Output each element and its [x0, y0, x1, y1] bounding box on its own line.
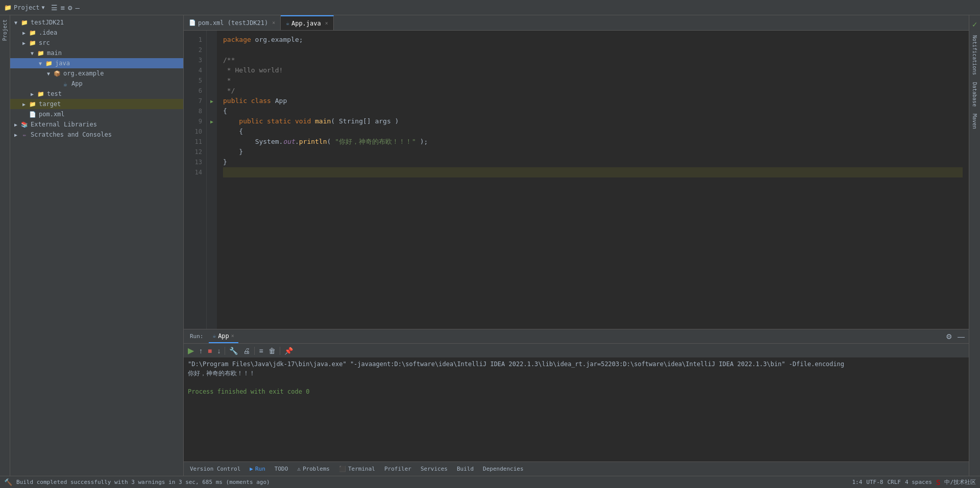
tool-todo[interactable]: TODO [271, 465, 292, 473]
console-output-line: 你好，神奇的布欧！！！ [188, 369, 965, 378]
status-extra: 中/技术社区 [944, 478, 976, 486]
code-line-2 [223, 45, 963, 55]
tree-item-src[interactable]: ▶ 📁 src [10, 38, 183, 48]
layout-icon[interactable]: ☰ [51, 4, 58, 12]
services-label: Services [421, 466, 448, 472]
terminal-label: Terminal [348, 466, 375, 472]
code-line-6: */ [223, 86, 963, 96]
run-trash-btn[interactable]: 🗑 [266, 346, 278, 356]
tree-label-java: java [55, 60, 70, 67]
editor-content: 1 2 3 4 5 6 7 8 9 10 11 12 13 14 [184, 31, 969, 329]
tree-item-app-java[interactable]: ☕ App [10, 79, 183, 89]
run-toolbar: ▶ ↑ ■ ↓ 🔧 🖨 ≡ 🗑 📌 [184, 344, 969, 357]
status-encoding[interactable]: UTF-8 [866, 479, 883, 485]
status-indent[interactable]: 4 spaces [905, 479, 932, 485]
notifications-strip-item[interactable]: Notifications [971, 32, 978, 78]
status-line-col[interactable]: 1:4 [852, 479, 862, 485]
console-process-text: Process finished with exit code 0 [188, 388, 309, 395]
build-status-icon: 🔨 [4, 478, 12, 486]
run-wrench-btn[interactable]: 🔧 [227, 346, 240, 356]
run-arrow-9[interactable]: ▶ [207, 116, 217, 126]
tree-item-main[interactable]: ▼ 📁 main [10, 48, 183, 58]
settings-icon[interactable]: ⚙ [68, 4, 72, 12]
tree-item-test[interactable]: ▶ 📁 test [10, 89, 183, 99]
tool-build[interactable]: Build [453, 465, 478, 473]
tab-app-label: App.java [291, 20, 321, 27]
run-app-close[interactable]: × [231, 333, 234, 339]
tab-app-close[interactable]: × [325, 20, 328, 26]
build-label: Build [457, 466, 474, 472]
lib-icon-ext: 📚 [20, 120, 29, 129]
tree-item-scratches[interactable]: ▶ ✏️ Scratches and Consoles [10, 130, 183, 140]
tool-services[interactable]: Services [416, 465, 452, 473]
project-folder-icon: 📁 [4, 4, 12, 11]
console-cmd-text: "D:\Program Files\Java\jdk-17\bin\java.e… [188, 361, 844, 368]
tree-arrow-root: ▼ [14, 20, 20, 25]
minimize-icon[interactable]: — [75, 4, 79, 12]
notifications-check-icon: ✓ [971, 17, 978, 31]
project-strip-label[interactable]: Project [1, 15, 9, 45]
run-print-btn[interactable]: 🖨 [241, 346, 252, 356]
tree-item-java[interactable]: ▼ 📁 java [10, 58, 183, 68]
maven-strip-item[interactable]: Maven [971, 111, 978, 132]
tree-item-org-example[interactable]: ▼ 📦 org.example [10, 68, 183, 79]
run-stop-btn[interactable]: ■ [206, 346, 214, 356]
run-settings-btn[interactable]: ⚙ [944, 331, 954, 342]
tool-terminal[interactable]: ⬛ Terminal [335, 465, 379, 473]
package-icon-org-example: 📦 [53, 69, 61, 78]
project-title: Project [14, 4, 40, 11]
tree-item-ext-libs[interactable]: ▶ 📚 External Libraries [10, 119, 183, 130]
tree-item-idea[interactable]: ▶ 📁 .idea [10, 28, 183, 38]
file-tree: ▼ 📁 testJDK21 ▶ 📁 .idea ▶ 📁 src [10, 15, 183, 476]
tree-arrow-java: ▼ [39, 61, 45, 66]
tree-label-main: main [47, 49, 62, 57]
tool-dependencies[interactable]: Dependencies [479, 465, 527, 473]
code-editor[interactable]: package org.example; /** * Hello world! … [217, 31, 969, 329]
xml-icon-pom: 📄 [29, 110, 37, 118]
status-line-end[interactable]: CRLF [887, 479, 901, 485]
tree-item-target[interactable]: ▶ 📁 target [10, 99, 183, 109]
main-container: Project ▼ 📁 testJDK21 ▶ 📁 .idea ▶ [0, 15, 980, 476]
editor-tab-bar: 📄 pom.xml (testJDK21) × ☕ App.java × [184, 15, 969, 31]
tree-label-org-example: org.example [63, 70, 104, 77]
run-arrow-7[interactable]: ▶ [207, 96, 217, 106]
tree-label-test: test [47, 90, 62, 97]
run-play-btn[interactable]: ▶ [186, 345, 196, 356]
database-strip-item[interactable]: Database [971, 79, 978, 110]
console-empty [188, 378, 965, 387]
code-line-10: { [223, 126, 963, 137]
code-line-7: public class App [223, 96, 963, 106]
tool-problems[interactable]: ⚠ Problems [293, 465, 334, 473]
folder-icon-root: 📁 [20, 18, 29, 27]
run-up-btn[interactable]: ↑ [197, 346, 205, 356]
tab-pom-xml[interactable]: 📄 pom.xml (testJDK21) × [184, 15, 281, 30]
project-label[interactable]: 📁 Project ▼ [4, 4, 45, 11]
folder-icon-test: 📁 [37, 90, 45, 98]
tree-item-pom-xml[interactable]: 📄 pom.xml [10, 109, 183, 119]
align-icon[interactable]: ≡ [61, 4, 65, 12]
tree-arrow-test: ▶ [31, 91, 37, 97]
tool-profiler[interactable]: Profiler [380, 465, 415, 473]
tree-arrow-org-example: ▼ [47, 71, 53, 76]
problems-label: Problems [303, 466, 330, 472]
code-line-14 [223, 167, 963, 177]
run-app-tab[interactable]: ☕ App × [209, 329, 238, 343]
tree-label-idea: .idea [39, 29, 57, 36]
tree-label-target: target [39, 100, 61, 108]
tree-item-root[interactable]: ▼ 📁 testJDK21 [10, 17, 183, 28]
java-icon-app: ☕ [61, 80, 69, 88]
run-down-btn[interactable]: ↓ [215, 346, 223, 356]
run-panel-close-btn[interactable]: — [955, 331, 967, 342]
run-filter-btn[interactable]: ≡ [257, 346, 265, 356]
tool-version-control[interactable]: Version Control [186, 465, 244, 473]
tree-arrow-ext-libs: ▶ [14, 122, 20, 127]
right-strip: ✓ Notifications Database Maven [969, 15, 980, 476]
tab-xml-icon: 📄 [189, 19, 196, 26]
tool-run[interactable]: ▶ Run [246, 465, 270, 473]
project-dropdown-icon[interactable]: ▼ [42, 5, 45, 10]
tree-label-pom: pom.xml [39, 111, 65, 118]
tab-pom-close[interactable]: × [272, 20, 275, 25]
run-pin-btn[interactable]: 📌 [282, 346, 295, 356]
tab-app-java[interactable]: ☕ App.java × [281, 15, 333, 30]
version-control-label: Version Control [190, 466, 240, 472]
